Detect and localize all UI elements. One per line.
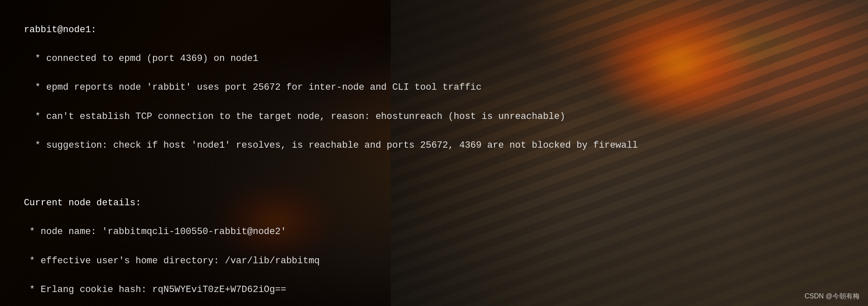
terminal-line-3: * epmd reports node 'rabbit' uses port 2… <box>24 82 482 93</box>
terminal-line-7: Current node details: <box>24 198 141 208</box>
terminal-output: rabbit@node1: * connected to epmd (port … <box>0 0 868 306</box>
terminal-line-4: * can't establish TCP connection to the … <box>24 111 565 122</box>
terminal-line-5: * suggestion: check if host 'node1' reso… <box>24 140 638 151</box>
terminal-line-8: * node name: 'rabbitmqcli-100550-rabbit@… <box>24 226 286 237</box>
terminal-line-2: * connected to epmd (port 4369) on node1 <box>24 53 258 64</box>
terminal-line-10: * Erlang cookie hash: rqN5WYEviT0zE+W7D6… <box>24 284 286 295</box>
terminal-line-1: rabbit@node1: <box>24 25 96 35</box>
terminal-line-9: * effective user's home directory: /var/… <box>24 256 320 266</box>
watermark: CSDN @今朝有梅 <box>805 292 860 301</box>
